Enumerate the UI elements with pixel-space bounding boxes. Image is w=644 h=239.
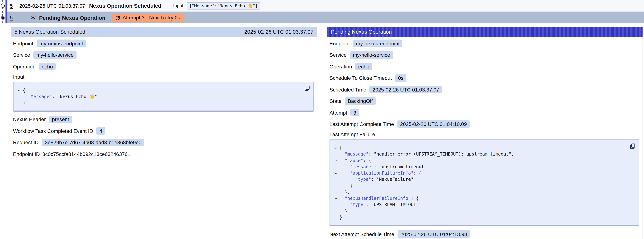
event-row-pending-nexus-operation[interactable]: 5 Pending Nexus Operation Attempt 3 · Ne… xyxy=(7,12,644,24)
copy-icon[interactable] xyxy=(630,143,636,149)
detail-row-service: Servicemy-hello-service xyxy=(12,49,314,61)
code-text: "type": "UPSTREAM_TIMEOUT" xyxy=(340,202,419,208)
code-text: "message": "upstream timeout", xyxy=(340,164,429,170)
event-timestamp: 2025-02-26 UTC 01:03:37.07 xyxy=(20,3,85,8)
detail-label-next-attempt-schedule-time: Next Attempt Schedule Time xyxy=(330,231,394,237)
detail-row-nexus-header: Nexus Headerpresent xyxy=(12,114,314,125)
code-gutter xyxy=(16,87,23,94)
failure-json-viewer: { "message": "handler error (UPSTREAM_TI… xyxy=(330,140,639,226)
code-text: "message": "handler error (UPSTREAM_TIME… xyxy=(340,151,514,158)
pending-operation-panel: Pending Nexus Operation Endpointmy-nexus… xyxy=(327,26,643,239)
code-line: } xyxy=(332,208,626,214)
code-line: } xyxy=(332,214,626,221)
detail-label-workflow-task-completed-event-id: Workflow Task Completed Event ID xyxy=(13,128,93,134)
detail-value-service: my-hello-service xyxy=(33,51,76,59)
code-gutter xyxy=(332,196,340,202)
code-line: } xyxy=(332,183,626,189)
code-gutter xyxy=(332,145,340,151)
detail-label-operation: Operation xyxy=(330,64,352,70)
pending-event-id-link[interactable]: 5 xyxy=(10,15,13,20)
detail-value-scheduled-time: 2025-02-26 UTC 01:03:37.07 xyxy=(370,86,442,94)
detail-value-service: my-hello-service xyxy=(350,51,393,59)
code-text: } xyxy=(340,183,352,189)
copy-icon[interactable] xyxy=(304,86,310,91)
event-input-value-pill[interactable]: {"Message":"Nexus Echo 👋"} xyxy=(186,2,260,9)
event-history-detail-view: 5 2025-02-26 UTC 01:03:37.07 Nexus Opera… xyxy=(0,0,644,239)
event-id-link[interactable]: 5 xyxy=(10,3,13,8)
detail-value-attempt: 3 xyxy=(350,109,359,116)
detail-value-next-attempt-schedule-time: 2025-02-26 UTC 01:04:13.93 xyxy=(398,230,470,238)
code-line: { xyxy=(16,87,300,94)
failure-block-label: Last Attempt Failure xyxy=(330,132,375,137)
code-gutter xyxy=(332,183,340,189)
detail-row-scheduled-time: Scheduled Time2025-02-26 UTC 01:03:37.07 xyxy=(328,84,639,95)
code-text: "nexusHandlerFailureInfo": { xyxy=(340,196,419,202)
detail-value-operation: echo xyxy=(39,63,56,70)
code-gutter xyxy=(332,164,340,170)
pending-operation-panel-header: Pending Nexus Operation xyxy=(327,27,642,37)
code-gutter xyxy=(16,94,23,100)
code-gutter xyxy=(332,189,340,196)
code-gutter xyxy=(332,202,340,208)
code-line: } xyxy=(16,100,300,106)
code-text: "type": "NexusFailure" xyxy=(340,176,414,183)
code-text: } xyxy=(340,208,347,214)
chevron-down-icon[interactable] xyxy=(334,146,338,150)
detail-label-nexus-header: Nexus Header xyxy=(13,116,46,122)
timeline-active-indicator-bar xyxy=(5,0,6,24)
pending-panel-title: Pending Nexus Operation xyxy=(331,29,392,35)
detail-row-attempt: Attempt3 xyxy=(328,107,639,118)
code-line: }, xyxy=(332,189,626,196)
detail-value-operation: echo xyxy=(355,63,372,70)
code-text: "cause": { xyxy=(340,158,371,164)
code-line: "type": "NexusFailure" xyxy=(332,176,626,183)
detail-link-endpoint-id[interactable]: 3c0c75ccfa8144b092c13ce632463761 xyxy=(42,151,130,157)
code-text: "applicationFailureInfo": { xyxy=(340,170,422,176)
code-gutter xyxy=(332,208,340,214)
detail-row-endpoint: Endpointmy-nexus-endpoint xyxy=(328,38,639,49)
code-line: "applicationFailureInfo": { xyxy=(332,170,626,176)
detail-label-operation: Operation xyxy=(13,64,36,70)
event-detail-panels: 5 Nexus Operation Scheduled 2025-02-26 U… xyxy=(10,26,643,239)
chevron-down-icon[interactable] xyxy=(334,172,338,175)
detail-value-schedule-to-close-timeout: 0s xyxy=(395,74,406,82)
code-line: "message": "upstream timeout", xyxy=(332,164,626,170)
detail-value-endpoint: my-nexus-endpoint xyxy=(353,40,402,48)
detail-label-endpoint: Endpoint xyxy=(330,41,350,46)
chevron-down-icon[interactable] xyxy=(18,89,21,92)
detail-label-last-attempt-complete-time: Last Attempt Complete Time xyxy=(330,121,394,127)
scheduled-panel-title: 5 Nexus Operation Scheduled xyxy=(14,29,85,35)
event-row-nexus-operation-scheduled[interactable]: 5 2025-02-26 UTC 01:03:37.07 Nexus Opera… xyxy=(7,0,644,12)
code-gutter xyxy=(332,214,340,221)
detail-row-operation: Operationecho xyxy=(12,61,314,72)
code-text: { xyxy=(340,145,342,151)
code-gutter xyxy=(332,151,340,158)
detail-label-endpoint-id: Endpoint ID xyxy=(13,151,40,157)
chevron-down-icon[interactable] xyxy=(334,197,338,200)
retry-icon xyxy=(115,15,120,20)
code-text: "Message": "Nexus Echo 👋" xyxy=(23,94,97,100)
event-title: Nexus Operation Scheduled xyxy=(89,2,162,9)
code-gutter xyxy=(332,170,340,176)
detail-row-endpoint-id: Endpoint ID3c0c75ccfa8144b092c13ce632463… xyxy=(12,148,314,160)
pending-asterisk-icon xyxy=(30,15,36,20)
code-gutter xyxy=(332,158,340,164)
detail-row-request-id: Request ID3e829b7e-7d67-4b08-aad3-b1e868… xyxy=(12,137,314,148)
chevron-down-icon[interactable] xyxy=(334,159,338,162)
code-line: "type": "UPSTREAM_TIMEOUT" xyxy=(332,202,626,208)
detail-row-state: StateBackingOff xyxy=(328,95,639,107)
scheduled-panel-timestamp: 2025-02-26 UTC 01:03:37.07 xyxy=(244,29,314,35)
code-line: { xyxy=(332,145,626,151)
detail-value-nexus-header: present xyxy=(49,116,72,123)
detail-label-service: Service xyxy=(330,52,346,58)
pending-event-title: Pending Nexus Operation xyxy=(39,14,106,21)
scheduled-event-panel-header: 5 Nexus Operation Scheduled 2025-02-26 U… xyxy=(11,27,317,37)
code-line: "Message": "Nexus Echo 👋" xyxy=(16,94,300,100)
detail-label-request-id: Request ID xyxy=(13,140,39,145)
detail-value-endpoint: my-nexus-endpoint xyxy=(36,40,86,48)
detail-value-state: BackingOff xyxy=(345,97,376,105)
detail-label-scheduled-time: Scheduled Time xyxy=(330,87,366,92)
detail-row-endpoint: Endpointmy-nexus-endpoint xyxy=(12,38,314,49)
detail-label-endpoint: Endpoint xyxy=(13,41,33,46)
retry-badge-text: Attempt 3 · Next Retry 0s xyxy=(123,15,180,20)
